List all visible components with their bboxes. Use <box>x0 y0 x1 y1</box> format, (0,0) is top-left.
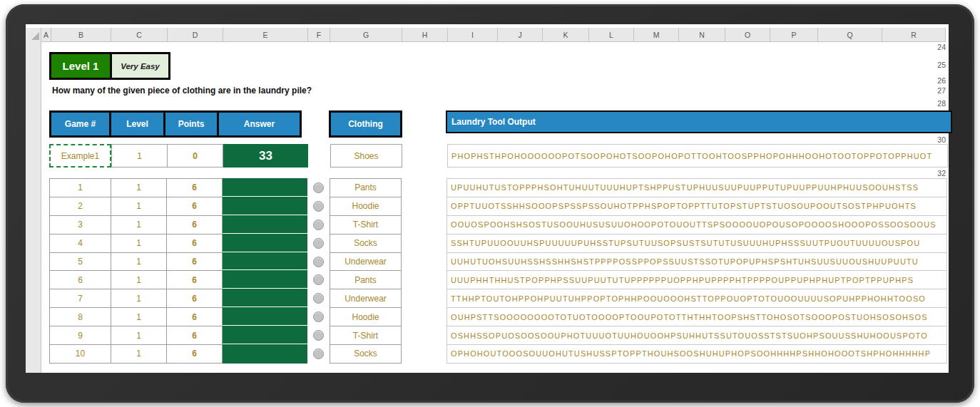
answer-radio-button[interactable] <box>313 311 324 322</box>
clothing-cell: Hoodie <box>330 307 402 326</box>
column-header[interactable]: I <box>448 28 498 41</box>
select-all-corner[interactable] <box>26 28 41 41</box>
radio-zone <box>307 344 330 364</box>
column-header[interactable]: K <box>543 28 589 41</box>
clothing-cell: Pants <box>330 270 402 289</box>
answer-input-cell[interactable] <box>223 289 307 308</box>
answer-input-cell[interactable] <box>223 197 307 216</box>
answer-radio-button[interactable] <box>313 274 324 285</box>
example-level-cell: 1 <box>111 144 168 168</box>
table-row: 10 1 6 Socks OPHOHOUTOOOSOUUOHUTUSHUSSPT… <box>49 344 947 364</box>
game-number-cell: 3 <box>49 215 111 235</box>
spacer <box>402 252 446 272</box>
answer-radio-button[interactable] <box>313 220 324 230</box>
points-column-header: Points <box>163 113 217 135</box>
table-row: 5 1 6 Underwear UUHUTUOHSUUHSSHSSHHSHSTP… <box>49 252 947 272</box>
column-header[interactable]: G <box>330 28 402 41</box>
column-header[interactable]: O <box>725 28 770 41</box>
radio-zone <box>307 307 330 326</box>
table-row: 8 1 6 Hoodie OUHPSTTSOOOOOOOOTOTUOTOOOOP… <box>49 307 947 326</box>
column-header[interactable]: N <box>679 28 725 41</box>
column-header[interactable]: F <box>308 28 330 41</box>
game-number-cell: 2 <box>49 197 111 216</box>
laundry-output-cell: OPPTUUOTSSHHSOOOPSPSSPSSOUHOTPPHSPOPTOPP… <box>446 197 947 216</box>
column-header[interactable]: M <box>634 28 679 41</box>
column-header[interactable]: H <box>402 28 448 41</box>
clothing-cell: Socks <box>330 234 402 253</box>
column-header[interactable]: D <box>168 28 223 41</box>
column-header[interactable]: B <box>51 28 111 41</box>
column-header-strip: ABCDEFGHIJKLMNOPQR <box>26 28 946 42</box>
answer-input-cell[interactable] <box>223 307 307 326</box>
laundry-output-cell: OUHPSTTSOOOOOOOOTOTUOTOOOOPTOOUPOTOTTHTH… <box>446 307 947 326</box>
column-header[interactable]: A <box>41 28 51 41</box>
laundry-output-cell: UPUUHUTUSTOPPPHSOHTUHUUTUUUHUPTSHPPUSTUP… <box>446 178 947 197</box>
column-header[interactable]: Q <box>818 28 882 41</box>
example-clothing-cell: Shoes <box>330 144 402 168</box>
answer-input-cell[interactable] <box>223 178 307 197</box>
game-number-cell: 4 <box>49 234 111 253</box>
clothing-cell: Underwear <box>330 252 402 272</box>
answer-input-cell[interactable] <box>223 215 307 235</box>
radio-zone <box>307 326 330 345</box>
table-row: 3 1 6 T-Shirt OOUOSPOOHSHSOSTUSOOUHUSUSU… <box>49 215 947 235</box>
answer-column-header: Answer <box>217 113 300 135</box>
column-header[interactable]: L <box>589 28 634 41</box>
level-cell: 1 <box>111 252 167 272</box>
table-row: 6 1 6 Pants UUUPHHTHHUSTPOPPHPSSUUPUUTUT… <box>49 270 947 289</box>
row-header[interactable]: 30 <box>937 135 946 144</box>
level-cell: 1 <box>111 307 167 326</box>
row-header[interactable]: 24 <box>937 43 946 51</box>
column-header[interactable]: P <box>770 28 818 41</box>
answer-radio-button[interactable] <box>313 293 324 304</box>
level-cell: 1 <box>111 197 167 216</box>
laundry-output-cell: OOUOSPOOHSHSOSTUSOOUHUSUSUUOHOOPOTOUOUTT… <box>446 215 947 235</box>
clothing-cell: T-Shirt <box>330 326 402 345</box>
row-header[interactable]: 28 <box>937 99 946 108</box>
answer-radio-button[interactable] <box>313 182 324 193</box>
row-header[interactable]: 26 <box>937 76 946 85</box>
spacer <box>402 178 446 197</box>
row-header[interactable]: 25 <box>937 61 946 69</box>
column-header[interactable]: E <box>223 28 308 41</box>
points-cell: 6 <box>166 234 223 253</box>
example-answer-cell[interactable]: 33 <box>223 144 308 168</box>
radio-zone <box>307 197 330 216</box>
answer-input-cell[interactable] <box>223 234 307 253</box>
game-column-header: Game # <box>51 113 109 135</box>
table-row: 9 1 6 T-Shirt OSHHSSOPUOSOOSOOUPHOTUUUOT… <box>49 326 947 345</box>
answer-input-cell[interactable] <box>223 344 307 364</box>
answer-radio-button[interactable] <box>313 238 324 249</box>
answer-radio-button[interactable] <box>313 257 324 267</box>
answer-input-cell[interactable] <box>223 326 307 345</box>
row-header[interactable]: 32 <box>937 169 946 177</box>
points-cell: 6 <box>166 252 223 272</box>
radio-zone <box>307 289 330 308</box>
row-header[interactable]: 27 <box>937 86 946 95</box>
answer-radio-button[interactable] <box>313 330 324 341</box>
level-label: Level 1 <box>51 54 110 78</box>
game-table-header: Game # Level Points Answer <box>49 110 302 138</box>
example-game-cell[interactable]: Example1 <box>49 144 111 168</box>
level-column-header: Level <box>109 113 163 135</box>
example-points-cell: 0 <box>167 144 223 168</box>
column-header[interactable]: R <box>882 28 946 41</box>
answer-input-cell[interactable] <box>223 270 307 289</box>
points-cell: 6 <box>166 289 223 308</box>
answer-input-cell[interactable] <box>223 252 307 272</box>
column-header[interactable]: C <box>111 28 168 41</box>
level-badge: Level 1 Very Easy <box>49 52 170 80</box>
column-header[interactable]: J <box>498 28 543 41</box>
spacer <box>402 344 446 364</box>
answer-radio-button[interactable] <box>313 201 324 212</box>
spreadsheet: ABCDEFGHIJKLMNOPQR 242526272829303132333… <box>26 24 949 373</box>
laundry-output-cell: UUUPHHTHHUSTPOPPHPSSUUPUUTUTUPPPPPPUOPPH… <box>446 270 947 289</box>
game-number-cell: 10 <box>49 344 111 364</box>
level-cell: 1 <box>111 178 167 197</box>
answer-radio-button[interactable] <box>313 349 324 359</box>
example-output-cell: PHOPHSTHPOHOOOOOOPOTSOOPOHOTSOOPOHOPOTTO… <box>447 144 948 168</box>
clothing-column-header: Clothing <box>329 110 402 138</box>
laundry-output-cell: UUHUTUOHSUUHSSHSSHHSHSTPPPPOSSPPOPSSUUST… <box>446 252 947 272</box>
level-cell: 1 <box>111 326 167 345</box>
game-number-cell: 8 <box>49 307 111 326</box>
